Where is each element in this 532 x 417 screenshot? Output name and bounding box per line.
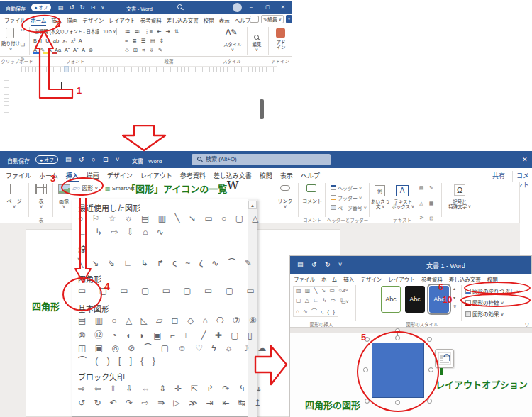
table-button[interactable]: 表˅ <box>31 197 51 209</box>
shape-style-2[interactable]: Abc <box>405 286 425 313</box>
paste-button[interactable]: 貼り付け˅ <box>1 40 20 52</box>
step-10-label: 10 <box>443 295 452 305</box>
footer-icon <box>331 195 336 200</box>
tab-file[interactable]: ファイル <box>6 171 31 182</box>
comment-button[interactable]: コメント <box>301 197 323 204</box>
shape-effects-button[interactable]: 図形の効果 ˅ <box>465 310 504 318</box>
search-box[interactable]: 検索 (Alt+Q) <box>192 154 331 165</box>
minigallery-row2[interactable]: ▢ △ ∟ ↳ ⇨ ⇩ <box>296 297 344 304</box>
step-4-label: 4 <box>104 281 110 292</box>
tab-draw[interactable]: 描画 <box>67 16 77 26</box>
tab-mailings[interactable]: 差し込み文書 <box>449 275 481 283</box>
minimize-button[interactable]: – <box>250 4 253 9</box>
textbox-label1: テキスト <box>394 199 412 204</box>
addins-icon[interactable] <box>276 28 285 38</box>
gallery-row-basic1[interactable]: ▤ ▥ ○ △ ◺ ▱ ◻ ◇ ⌂ ⎔ ⑦ ⑧ <box>78 316 257 326</box>
edit-mode-button[interactable]: ✎編集 ˅ <box>261 15 284 23</box>
vertical-ruler <box>4 77 9 119</box>
tab-references[interactable]: 参考資料 <box>180 171 206 182</box>
image-button[interactable]: 画像˅ <box>54 197 74 209</box>
autosave-toggle[interactable]: ● オフ <box>35 155 58 164</box>
tab-layout[interactable]: レイアウト <box>388 275 415 283</box>
shape-style-1[interactable]: Abc <box>381 286 401 313</box>
styles-scroll-down-icon[interactable]: ▾ <box>453 295 455 300</box>
maximize-button[interactable]: ▢ <box>265 4 270 10</box>
addins-button[interactable]: アドイン <box>271 40 291 50</box>
close-button[interactable]: ✕ <box>522 156 528 163</box>
styles-button[interactable]: スタイル˅ <box>217 40 248 52</box>
styles-a-glyph: A <box>226 28 231 36</box>
close-button[interactable]: ✕ <box>281 4 285 10</box>
step-1-label: 1 <box>77 85 82 96</box>
quick-access-icons[interactable]: ▤ ↺ ↻ ⊡ ˅ <box>58 4 104 11</box>
quick-access-icons[interactable]: ▤ ↺ ○ ⊡ ˅ <box>65 156 119 163</box>
tab-mailings[interactable]: 差し込み文書 <box>167 16 199 26</box>
style-tile-label: Abc <box>409 296 421 303</box>
scroll-up-icon[interactable]: ▲ <box>248 201 257 209</box>
gallery-row-basic2[interactable]: ⑩ ⑫ ◔ ◖ ◗ ▣ ⌐ ∟ ╱ ✚ ▢ ▯ <box>78 328 253 340</box>
paragraph-controls-row3[interactable]: ◇ ⊞ ⌗ ⇩ ✎ <box>125 47 162 54</box>
font-size-box[interactable]: 10.5 ˅ <box>101 28 117 35</box>
edit-shape-icon[interactable]: ⊿˅ <box>341 288 348 294</box>
tab-insert[interactable]: 挿入 <box>343 275 354 283</box>
tab-home[interactable]: ホーム <box>321 275 337 283</box>
pages-button[interactable]: ページ˅ <box>1 197 27 209</box>
gallery-row-block1[interactable]: ⇨ ⇦ ⇧ ⇩ ⇔ ⇕ ✛ ⇱ ↱ ↷ ↰ ↴ <box>78 384 261 394</box>
font-size-value: 10.5 <box>103 29 112 34</box>
footer-button[interactable]: フッター ˅ <box>331 194 362 201</box>
tab-help[interactable]: ヘルプ <box>235 16 251 26</box>
titlebar: 自動保存 ● オフ ▤ ↺ ↻ ⊡ ˅ 文書 - Word – ▢ ✕ <box>0 1 292 14</box>
gallery-row-recent1[interactable]: ○ ⚐ ☆ ☼ ▤ ▥ ╲ ↘ ▭ ○ ▢ △ <box>78 213 259 223</box>
layout-options-pointer-dash <box>440 368 443 375</box>
tab-design[interactable]: デザイン <box>107 171 133 182</box>
page-number-button[interactable]: ページ番号 ˅ <box>331 204 367 211</box>
styles-more-icon[interactable]: ⊽ <box>453 304 456 309</box>
insert-shapes-minigallery[interactable]: ▤ ▥ ╲ ↘ ▭ ○ ▢ △ ∟ ↳ ⇨ ⇩ ⌂ ∿ ⌒ ς { } <box>293 286 338 317</box>
resize-handle-ne[interactable] <box>427 337 432 342</box>
text-extra-icons-col2[interactable]: ✎ ▦ ⊡ <box>428 185 434 225</box>
comment-bubble-icon[interactable] <box>250 16 259 23</box>
scrollbar[interactable] <box>260 99 264 119</box>
tab-file[interactable]: ファイル <box>294 275 315 283</box>
share-button[interactable]: 共有 <box>492 171 505 180</box>
greeting-button[interactable]: あいさつ文 ˅ <box>369 199 392 209</box>
quick-access-icons[interactable]: ▤ ↺ ↻ ˅ <box>297 261 342 268</box>
search-icon[interactable] <box>177 4 182 9</box>
draw-textbox-icon[interactable]: ▭˅ <box>341 299 349 305</box>
editing-button[interactable]: 編集˅ <box>245 40 268 52</box>
tab-design[interactable]: デザイン <box>82 16 104 26</box>
text-extra-icons-col1[interactable]: ▤ ◬ A <box>419 185 424 223</box>
tab-layout[interactable]: レイアウト <box>140 171 172 182</box>
gallery-row-lines[interactable]: ╲ ↘ ⇘ ∟ ↳ ↱ ς ~ ζ ∿ ⌒ ✎ <box>78 256 252 268</box>
group-text: テキスト <box>393 216 411 223</box>
autosave-toggle[interactable]: ● オフ <box>31 4 51 11</box>
tab-layout[interactable]: レイアウト <box>109 16 135 26</box>
link-button[interactable]: リンク˅ <box>274 197 297 209</box>
avatar[interactable] <box>233 3 242 12</box>
tab-view[interactable]: 表示 <box>280 171 293 182</box>
tab-design[interactable]: デザイン <box>360 275 382 283</box>
editing-search-icon[interactable] <box>254 35 259 40</box>
tab-help[interactable]: ヘルプ <box>301 171 320 182</box>
paragraph-controls-row2[interactable]: ≡ ≣ ☰ ▤ ⇕ <box>125 38 164 44</box>
step-4-arrow <box>74 198 94 284</box>
symbol-button[interactable]: 記号と特殊文字 ˅ <box>444 199 475 209</box>
tab-references[interactable]: 参考資料 <box>140 16 162 26</box>
header-button[interactable]: ヘッダー ˅ <box>331 184 362 191</box>
share-button[interactable]: ˅ <box>286 15 292 23</box>
styles-icon[interactable]: A✎ <box>226 28 238 37</box>
link-label: リンク <box>278 199 293 204</box>
tab-review[interactable]: 校閲 <box>260 171 272 182</box>
paragraph-controls-row1[interactable]: ≔ ≕ ⋮≡ ⇤ ⇥ ⇅ <box>125 28 179 35</box>
minigallery-row1[interactable]: ▤ ▥ ╲ ↘ ▭ ○ <box>296 287 342 294</box>
gallery-row-basic4[interactable]: ⌒ ( ) [ ] { } <box>78 354 155 366</box>
tab-review[interactable]: 校閲 <box>204 16 214 26</box>
textbox-label2: ボックス <box>392 204 410 209</box>
gallery-row-block2[interactable]: ↺ ↻ ↶ ↷ ⇨ ⇛ ▷ ≫ ⇥ ⇤ ↹ ↥ <box>78 398 261 408</box>
gallery-row-basic3[interactable]: ◫ ▣ ◎ ⊘ ⌒ ▢ ☺ ♡ ϟ ☼ ☽ ☁ <box>78 341 266 353</box>
styles-scroll-up-icon[interactable]: ▴ <box>453 286 455 291</box>
gallery-section-block-arrows: ブロック矢印 <box>78 371 125 382</box>
textbox-button[interactable]: テキストボックス ˅ <box>392 199 414 209</box>
minigallery-row3[interactable]: ⌂ ∿ ⌒ ς { } <box>296 307 335 315</box>
tab-view[interactable]: 表示 <box>219 16 230 26</box>
